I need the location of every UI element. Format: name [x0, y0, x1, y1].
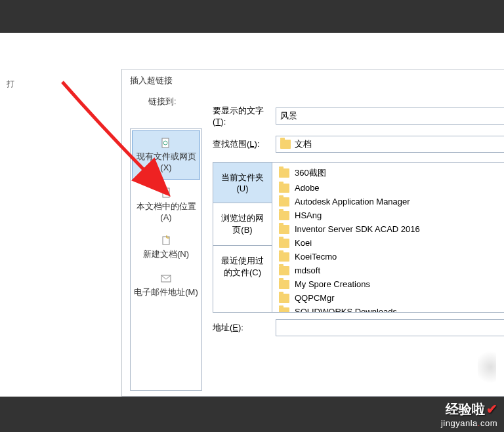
browse-tabs: 当前文件夹(U) 浏览过的网页(B) 最近使用过的文件(C): [213, 163, 272, 312]
list-item[interactable]: 360截图: [272, 165, 504, 181]
folder-icon: [280, 140, 291, 149]
file-list[interactable]: 360截图 Adobe Autodesk Application Manager…: [272, 163, 504, 312]
folder-icon: [279, 252, 289, 262]
list-item[interactable]: My Spore Creations: [272, 277, 504, 291]
list-item[interactable]: QQPCMgr: [272, 291, 504, 305]
watermark: 经验啦✔ jingyanla.com: [441, 401, 497, 428]
list-item[interactable]: HSAng: [272, 208, 504, 222]
browse-area: 当前文件夹(U) 浏览过的网页(B) 最近使用过的文件(C) 360截图 Ado…: [213, 162, 504, 313]
linkto-place-in-doc[interactable]: 本文档中的位置(A): [131, 181, 201, 229]
folder-icon: [279, 307, 289, 313]
folder-icon: [279, 280, 289, 289]
tab-current-folder[interactable]: 当前文件夹(U): [213, 163, 272, 203]
list-item[interactable]: Koei: [272, 236, 504, 250]
document-icon: [161, 187, 171, 198]
folder-icon: [279, 197, 289, 206]
tab-recent-files[interactable]: 最近使用过的文件(C): [213, 246, 272, 288]
lookup-value: 文档: [295, 138, 312, 150]
insert-hyperlink-dialog: 插入超链接 链接到: 现有文件或网页(X) 本文档中的位置(A) 新建文档(N)…: [121, 69, 504, 397]
linkto-label: 电子邮件地址(: [134, 287, 188, 297]
linkto-new-doc[interactable]: 新建文档(N): [131, 229, 201, 267]
folder-icon: [279, 211, 289, 220]
folder-icon: [279, 225, 289, 234]
lookup-label: 查找范围(L):: [213, 138, 276, 150]
address-input[interactable]: [276, 319, 504, 336]
address-label: 地址(E):: [213, 322, 276, 334]
folder-icon: [279, 184, 289, 193]
new-document-icon: [161, 235, 171, 246]
linkto-existing-file[interactable]: 现有文件或网页(X): [132, 130, 200, 180]
folder-icon: [279, 168, 289, 178]
list-item[interactable]: SOLIDWORKS Downloads: [272, 305, 504, 312]
list-item[interactable]: Adobe: [272, 181, 504, 195]
email-icon: [161, 273, 171, 284]
link-to-panel: 现有文件或网页(X) 本文档中的位置(A) 新建文档(N) 电子邮件地址(M): [130, 128, 202, 391]
list-item[interactable]: Autodesk Application Manager: [272, 195, 504, 208]
list-item[interactable]: KoeiTecmo: [272, 250, 504, 264]
folder-icon: [279, 239, 289, 248]
decorative-shadow: [478, 348, 496, 386]
display-text-input[interactable]: [276, 108, 504, 125]
list-item[interactable]: Inventor Server SDK ACAD 2016: [272, 222, 504, 236]
folder-icon: [279, 294, 289, 303]
left-hint-text: 打: [7, 79, 14, 90]
check-icon: ✔: [486, 402, 497, 416]
dialog-title: 插入超链接: [122, 69, 504, 92]
dialog-main-area: 要显示的文字(T): 查找范围(L): 文档 当前文件夹(U): [213, 105, 504, 391]
linkto-email[interactable]: 电子邮件地址(M): [131, 267, 201, 305]
display-text-label: 要显示的文字(T):: [213, 105, 276, 127]
linkto-label: 新建文档(: [143, 249, 180, 259]
watermark-brand: 经验啦: [446, 402, 485, 416]
tab-browsed-pages[interactable]: 浏览过的网页(B): [213, 203, 272, 246]
globe-page-icon: [161, 138, 171, 148]
link-to-label: 链接到:: [148, 96, 177, 108]
list-item[interactable]: mdsoft: [272, 264, 504, 277]
folder-icon: [279, 266, 289, 275]
lookup-combo[interactable]: 文档: [276, 136, 504, 153]
